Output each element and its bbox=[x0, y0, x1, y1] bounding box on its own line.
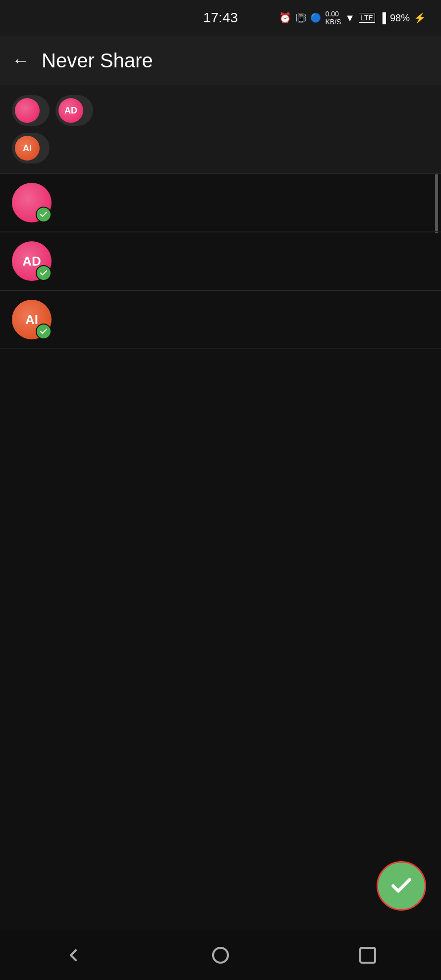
chip-avatar-ad-label: AD bbox=[64, 106, 77, 116]
wifi-icon: ▼ bbox=[345, 12, 355, 24]
status-bar: 17:43 ⏰ 📳 🔵 0.00KB/S ▼ LTE ▐ 98% ⚡ bbox=[0, 0, 441, 36]
avatar-wrap-2: AD bbox=[12, 241, 52, 281]
header: ← Never Share bbox=[0, 36, 441, 85]
status-time: 17:43 bbox=[203, 10, 238, 26]
contact-item-1[interactable] bbox=[0, 174, 441, 232]
signal-icon: ▐ bbox=[379, 12, 386, 24]
status-icons: ⏰ 📳 🔵 0.00KB/S ▼ LTE ▐ 98% ⚡ bbox=[279, 10, 426, 26]
check-badge-2 bbox=[36, 265, 52, 281]
chip-row-1: AD bbox=[12, 95, 429, 126]
back-button[interactable]: ← bbox=[12, 50, 30, 71]
avatar-3-label: AI bbox=[25, 312, 38, 327]
bolt-icon: ⚡ bbox=[414, 12, 426, 24]
check-badge-1 bbox=[36, 207, 52, 222]
contact-list: AD AI bbox=[0, 174, 441, 349]
empty-space bbox=[0, 349, 441, 919]
chip-row-2: AI bbox=[12, 133, 429, 163]
data-speed-icon: 0.00KB/S bbox=[325, 10, 341, 26]
contact-item-2[interactable]: AD bbox=[0, 232, 441, 290]
page-title: Never Share bbox=[42, 50, 153, 72]
confirm-fab[interactable] bbox=[377, 861, 426, 911]
home-nav-button[interactable] bbox=[206, 940, 235, 970]
avatar-wrap-1 bbox=[12, 183, 52, 222]
divider-3 bbox=[0, 349, 441, 349]
chip-pink[interactable] bbox=[12, 95, 50, 126]
chip-area: AD AI bbox=[0, 85, 441, 173]
chip-avatar-pink bbox=[15, 98, 40, 123]
chip-ai[interactable]: AI bbox=[12, 133, 50, 163]
chip-ad[interactable]: AD bbox=[55, 95, 93, 126]
battery-label: 98% bbox=[390, 12, 410, 24]
contact-item-3[interactable]: AI bbox=[0, 291, 441, 349]
chip-avatar-ai: AI bbox=[15, 136, 40, 161]
back-nav-button[interactable] bbox=[58, 940, 88, 970]
chip-avatar-ai-label: AI bbox=[23, 143, 32, 154]
chip-avatar-ad: AD bbox=[58, 98, 83, 123]
svg-point-0 bbox=[213, 948, 228, 963]
fab-container bbox=[377, 861, 426, 911]
lte-icon: LTE bbox=[359, 13, 375, 23]
bluetooth-icon: 🔵 bbox=[310, 12, 321, 23]
check-badge-3 bbox=[36, 324, 52, 339]
svg-rect-1 bbox=[360, 948, 375, 963]
vibrate-icon: 📳 bbox=[295, 12, 306, 23]
nav-bar bbox=[0, 930, 441, 980]
recents-nav-button[interactable] bbox=[353, 940, 383, 970]
avatar-wrap-3: AI bbox=[12, 300, 52, 339]
alarm-icon: ⏰ bbox=[279, 12, 291, 24]
